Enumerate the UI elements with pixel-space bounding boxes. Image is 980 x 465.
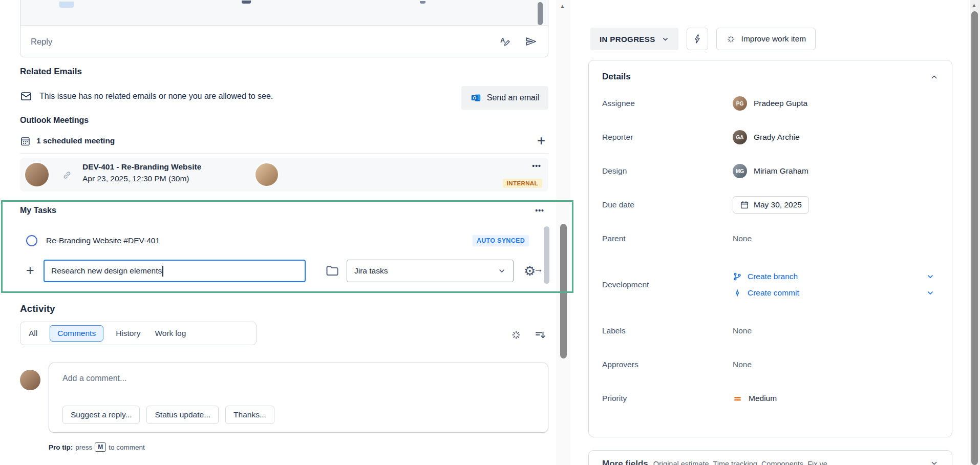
add-task-row: + Research new design elements → Jira ta… xyxy=(20,260,548,282)
field-priority: Priority Medium xyxy=(602,387,939,410)
related-emails-title: Related Emails xyxy=(20,67,548,77)
priority-medium-icon xyxy=(733,394,742,404)
reporter-avatar: GA xyxy=(733,130,747,144)
due-date-chip[interactable]: May 30, 2025 xyxy=(733,196,809,214)
assignee-label: Assignee xyxy=(602,99,733,108)
page-scroll-up-arrow[interactable]: ▲ xyxy=(971,2,977,8)
meeting-more-menu[interactable]: ••• xyxy=(532,162,541,170)
improve-work-item-button[interactable]: Improve work item xyxy=(716,28,816,50)
labels-value[interactable]: None xyxy=(733,326,752,335)
approvers-label: Approvers xyxy=(602,360,733,369)
parent-label: Parent xyxy=(602,234,733,243)
collapse-details-chevron-up-icon[interactable] xyxy=(930,73,939,81)
content-scrollbar-thumb[interactable] xyxy=(560,224,567,358)
commit-icon xyxy=(733,288,742,298)
link-icon xyxy=(62,170,72,180)
comment-composer[interactable]: Add a comment... Suggest a reply... Stat… xyxy=(49,363,548,433)
more-fields-panel[interactable]: More fields Original estimate, Time trac… xyxy=(588,450,952,465)
create-branch-chevron-down-icon[interactable] xyxy=(926,272,934,281)
tab-worklog[interactable]: Work log xyxy=(153,326,188,341)
send-reply-icon[interactable] xyxy=(524,35,538,48)
design-name: Miriam Graham xyxy=(754,166,808,176)
tab-comments[interactable]: Comments xyxy=(50,325,103,342)
add-task-button[interactable]: + xyxy=(26,263,34,278)
my-tasks-title: My Tasks xyxy=(20,206,56,215)
automation-lightning-button[interactable] xyxy=(687,28,708,50)
reporter-value[interactable]: GA Grady Archie xyxy=(733,130,939,144)
related-emails-section: Related Emails This issue has no related… xyxy=(20,67,548,104)
my-tasks-more-menu[interactable]: ••• xyxy=(535,206,544,215)
quick-reply-suggest[interactable]: Suggest a reply... xyxy=(62,406,140,424)
priority-value[interactable]: Medium xyxy=(733,394,939,404)
add-meeting-button[interactable]: + xyxy=(534,136,548,146)
new-task-input[interactable]: Research new design elements xyxy=(44,260,306,282)
my-tasks-section: My Tasks ••• Re-Branding Website #DEV-40… xyxy=(20,202,548,290)
auto-synced-badge: AUTO SYNCED xyxy=(473,235,529,246)
lightning-icon xyxy=(692,34,702,44)
chevron-down-icon xyxy=(662,35,669,43)
outlook-icon: O xyxy=(471,92,482,103)
ai-summarize-icon[interactable] xyxy=(510,329,522,341)
task-settings-gear-icon[interactable]: ⚙ xyxy=(524,260,536,282)
svg-text:A: A xyxy=(500,36,505,44)
calendar-icon xyxy=(740,200,749,209)
text-format-icon[interactable]: A xyxy=(499,35,511,48)
create-branch-label: Create branch xyxy=(748,272,798,281)
page-scrollbar-thumb[interactable] xyxy=(971,11,978,465)
quick-reply-status[interactable]: Status update... xyxy=(146,406,219,424)
pro-tip-prefix: Pro tip: xyxy=(49,443,73,451)
clipped-content-fragment xyxy=(242,1,251,4)
field-due-date: Due date May 30, 2025 xyxy=(602,194,939,216)
sort-descending-icon[interactable] xyxy=(534,329,546,341)
create-commit-link[interactable]: Create commit xyxy=(733,288,799,298)
design-avatar: MG xyxy=(733,164,747,178)
clipped-content-fragment xyxy=(59,2,74,8)
reply-input[interactable]: Reply A xyxy=(20,26,548,57)
tab-all[interactable]: All xyxy=(27,326,39,341)
meeting-organizer-avatar[interactable] xyxy=(24,162,50,187)
scroll-up-arrow[interactable]: ▲ xyxy=(560,3,565,9)
activity-title: Activity xyxy=(20,303,548,314)
tab-history[interactable]: History xyxy=(114,326,142,341)
content-scrollbar-track[interactable]: ▲ xyxy=(556,0,570,465)
sparkle-icon xyxy=(726,34,736,44)
calendar-icon xyxy=(20,136,31,146)
task-list-selected-value: Jira tasks xyxy=(354,266,388,276)
development-label: Development xyxy=(602,280,733,289)
reporter-name: Grady Archie xyxy=(754,133,800,142)
outlook-meetings-section: Outlook Meetings 1 scheduled meeting + xyxy=(20,116,548,192)
quick-reply-thanks[interactable]: Thanks... xyxy=(225,406,274,424)
meeting-row: DEV-401 - Re-Branding Website Apr 23, 20… xyxy=(20,158,548,192)
status-dropdown[interactable]: IN PROGRESS xyxy=(590,28,678,50)
related-emails-empty-message: This issue has no related emails or none… xyxy=(39,92,273,101)
task-label[interactable]: Re-Branding Website #DEV-401 xyxy=(46,236,160,245)
create-branch-link[interactable]: Create branch xyxy=(733,272,798,281)
parent-value[interactable]: None xyxy=(733,234,752,243)
my-tasks-scrollbar[interactable] xyxy=(544,226,549,284)
more-fields-chevron-down-icon[interactable] xyxy=(930,459,939,465)
more-fields-title: More fields xyxy=(602,459,648,465)
text-caret xyxy=(162,266,163,277)
status-label: IN PROGRESS xyxy=(600,35,655,44)
assignee-value[interactable]: PG Pradeep Gupta xyxy=(733,96,939,111)
priority-label: Priority xyxy=(602,394,733,403)
task-row: Re-Branding Website #DEV-401 AUTO SYNCED xyxy=(20,233,548,248)
labels-label: Labels xyxy=(602,326,733,335)
meeting-attendee-avatar[interactable] xyxy=(254,162,279,187)
folder-icon[interactable] xyxy=(325,264,339,278)
task-list-select[interactable]: Jira tasks xyxy=(347,260,514,282)
divider xyxy=(20,153,548,154)
task-checkbox[interactable] xyxy=(26,235,37,246)
page-scrollbar-track[interactable]: ▲ xyxy=(970,0,980,465)
create-commit-chevron-down-icon[interactable] xyxy=(926,289,934,297)
email-thread-card: Reply A xyxy=(20,0,548,57)
send-an-email-button[interactable]: O Send an email xyxy=(461,86,548,110)
approvers-value[interactable]: None xyxy=(733,360,752,369)
reporter-label: Reporter xyxy=(602,133,733,142)
internal-badge: INTERNAL xyxy=(503,179,542,188)
jira-issue-view: Reply A Related Emails xyxy=(0,0,980,465)
email-preview-scrollbar[interactable] xyxy=(538,2,543,25)
meeting-title[interactable]: DEV-401 - Re-Branding Website xyxy=(82,162,201,172)
activity-section: Activity All Comments History Work log xyxy=(20,303,548,465)
design-value[interactable]: MG Miriam Graham xyxy=(733,164,939,178)
